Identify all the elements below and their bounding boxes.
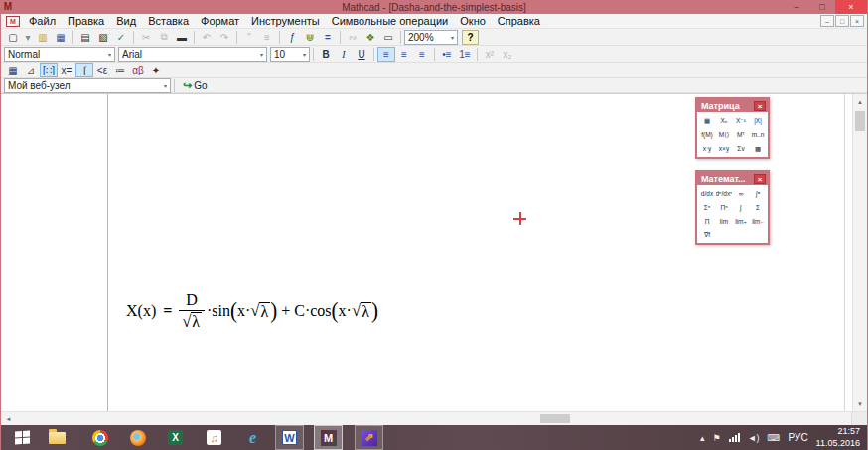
menu-view[interactable]: Вид	[110, 14, 142, 29]
matrix-palette-titlebar[interactable]: Матрица ×	[697, 99, 768, 112]
menu-file[interactable]: Файл	[23, 14, 62, 29]
component-wizard-button[interactable]: ❖	[362, 30, 379, 45]
math-region-button[interactable]: ▭	[379, 30, 397, 45]
insert-hyperlink-button[interactable]: ∾	[344, 30, 362, 45]
range-sum-button[interactable]: Σ	[750, 201, 766, 214]
matrix-palette-button[interactable]: [∷]	[40, 63, 58, 77]
horizontal-scrollbar[interactable]: ◄	[1, 411, 867, 425]
spell-check-button[interactable]: ✓	[112, 30, 130, 45]
language-indicator[interactable]: РУС	[789, 432, 808, 443]
minimize-button[interactable]: –	[784, 0, 809, 14]
vertical-scrollbar[interactable]: ▲ ▼	[852, 94, 867, 411]
calculus-palette-titlebar[interactable]: Математ... ×	[697, 172, 768, 185]
zoom-select[interactable]: 200% ▾	[404, 30, 458, 45]
print-preview-button[interactable]: ▧	[94, 30, 112, 45]
font-size-select[interactable]: 10 ▾	[270, 47, 310, 62]
calculate-button[interactable]: =	[319, 30, 337, 45]
separate-regions-button[interactable]: ≡	[258, 30, 276, 45]
menu-tools[interactable]: Инструменты	[245, 14, 326, 29]
doc-close-button[interactable]: ×	[850, 15, 864, 27]
numbered-list-button[interactable]: 1≡	[456, 47, 474, 62]
menu-window[interactable]: Окно	[454, 14, 492, 29]
close-button[interactable]: ×	[835, 0, 867, 14]
scroll-left-icon[interactable]: ◄	[1, 412, 16, 425]
definite-integral-button[interactable]: ∫ᵃ	[750, 187, 766, 200]
range-button[interactable]: m..n	[750, 128, 766, 141]
save-button[interactable]: ▦	[52, 30, 70, 45]
subscript-button[interactable]: Xₙ	[716, 114, 732, 127]
bold-button[interactable]: B	[317, 47, 335, 62]
close-icon[interactable]: ×	[754, 101, 766, 111]
underline-button[interactable]: U	[353, 47, 370, 62]
taskbar-word[interactable]: W	[275, 425, 304, 450]
gradient-button[interactable]: ∇f	[699, 228, 715, 241]
go-button[interactable]: ↪ Go	[178, 78, 213, 93]
align-left-button[interactable]: ≡	[377, 47, 395, 62]
taskbar-chrome[interactable]	[85, 425, 114, 450]
evaluation-palette-button[interactable]: x=	[58, 63, 75, 77]
matrix-column-button[interactable]: M⟨⟩	[716, 128, 732, 141]
matrix-insert-button[interactable]: ▦	[699, 114, 715, 127]
copy-button[interactable]: ⧉	[155, 30, 173, 45]
vectorize-button[interactable]: f(M)	[699, 128, 715, 141]
menu-format[interactable]: Формат	[195, 14, 245, 29]
action-center-flag-icon[interactable]: ⚑	[713, 433, 721, 443]
boolean-palette-button[interactable]: <ε	[93, 63, 111, 77]
volume-icon[interactable]: ◄)	[748, 433, 760, 443]
undo-button[interactable]: ↶	[198, 30, 216, 45]
bullet-list-button[interactable]: •≡	[438, 47, 456, 62]
taskbar-music-app[interactable]: ♫	[200, 425, 228, 450]
menu-edit[interactable]: Правка	[62, 14, 110, 29]
align-regions-button[interactable]: ''	[240, 30, 258, 45]
new-button[interactable]: ▢	[4, 30, 22, 45]
paste-button[interactable]: ▬	[173, 30, 191, 45]
document-icon[interactable]: M	[6, 16, 20, 27]
determinant-button[interactable]: |X|	[750, 114, 766, 127]
picture-button[interactable]: ▩	[750, 142, 766, 155]
insert-function-button[interactable]: ƒ	[283, 30, 301, 45]
resources-select[interactable]: Мой веб-узел ▾	[4, 78, 171, 93]
symbolics-palette-button[interactable]: ✦	[147, 63, 165, 77]
calculator-palette-button[interactable]: ▦	[4, 63, 22, 77]
graph-palette-button[interactable]: ⊿	[22, 63, 40, 77]
title-bar[interactable]: M Mathcad - [Dasha-and-the-simplest-basi…	[1, 0, 867, 14]
programming-palette-button[interactable]: ≔	[111, 63, 129, 77]
scroll-down-icon[interactable]: ▼	[853, 396, 867, 411]
menu-help[interactable]: Справка	[492, 14, 546, 29]
restore-button[interactable]: □	[809, 0, 835, 14]
style-select[interactable]: Normal ▾	[4, 47, 115, 62]
app-icon[interactable]: M	[1, 0, 15, 14]
menu-symbolics[interactable]: Символьные операции	[326, 14, 455, 29]
font-select[interactable]: Arial ▾	[118, 47, 267, 62]
print-button[interactable]: ▤	[76, 30, 94, 45]
taskbar-purple-app[interactable]: ⇗	[355, 425, 383, 450]
worksheet-area[interactable]: X(x) = D √ λ · sin ( x · √ λ ) + C · cos	[1, 93, 867, 411]
menu-insert[interactable]: Вставка	[142, 14, 195, 29]
taskbar-clock[interactable]: 21:57 11.05.2016	[816, 426, 860, 449]
help-button[interactable]: ?	[462, 30, 479, 45]
product-button[interactable]: Πⁿ	[716, 201, 732, 214]
superscript-button[interactable]: x²	[481, 47, 499, 62]
start-button[interactable]	[7, 425, 37, 450]
taskbar-excel[interactable]: X	[161, 425, 190, 450]
align-center-button[interactable]: ≡	[395, 47, 413, 62]
summation-button[interactable]: Σⁿ	[699, 201, 715, 214]
range-product-button[interactable]: Π	[699, 215, 715, 227]
insert-unit-button[interactable]: ⋓	[301, 30, 319, 45]
scroll-up-icon[interactable]: ▲	[853, 94, 867, 109]
cross-product-button[interactable]: x×y	[716, 142, 732, 155]
italic-button[interactable]: I	[335, 47, 353, 62]
math-region-formula[interactable]: X(x) = D √ λ · sin ( x · √ λ ) + C · cos	[126, 291, 378, 331]
limit-button[interactable]: lim	[716, 215, 732, 227]
taskbar-explorer[interactable]	[43, 425, 72, 450]
inverse-button[interactable]: X⁻¹	[733, 114, 749, 127]
vector-sum-button[interactable]: Σv	[733, 142, 749, 155]
doc-minimize-button[interactable]: –	[820, 15, 834, 27]
nth-derivative-button[interactable]: dⁿ/dxⁿ	[716, 187, 732, 200]
doc-restore-button[interactable]: □	[835, 15, 849, 27]
calculus-palette-button[interactable]: ∫	[75, 63, 93, 77]
redo-button[interactable]: ↷	[216, 30, 233, 45]
limit-right-button[interactable]: lim₊	[733, 215, 749, 227]
limit-left-button[interactable]: lim₋	[750, 215, 766, 227]
show-hidden-icons[interactable]: ▴	[700, 433, 705, 443]
